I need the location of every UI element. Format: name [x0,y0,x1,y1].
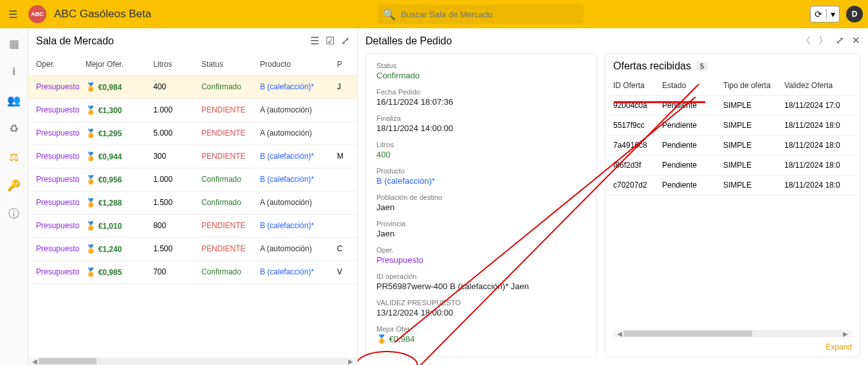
sync-icon[interactable]: ⟳ [811,9,827,19]
table-row[interactable]: Presupuesto🏅€1,2881.500ConfirmadoA (auto… [28,191,357,215]
cell-oper: Presupuesto [36,129,86,138]
sidebar-item-recycle[interactable]: ♻ [5,120,23,138]
cell-rest [337,129,349,138]
expand-icon[interactable]: ⤢ [341,35,349,47]
cell-status: Confirmado [201,82,260,92]
offers-horizontal-scrollbar[interactable]: ◀ ▶ [613,330,852,337]
table-row[interactable]: Presupuesto🏅€1,010800PENDIENTEB (calefac… [28,215,357,238]
cell-ofer: 🏅€1,295 [86,129,153,138]
table-row[interactable]: Presupuesto🏅€1,2955.000PENDIENTEA (autom… [28,122,357,145]
scroll-right-icon[interactable]: ▶ [842,330,849,337]
cell-oper: Presupuesto [36,105,86,115]
cell-producto: B (calefacción)* [260,221,337,231]
offers-vertical-scrollbar[interactable] [852,78,858,331]
scroll-left-icon[interactable]: ◀ [616,330,623,337]
sidebar: ▦ i 👥 ♻ ⚖ 🔑 ⓘ [0,28,28,365]
close-icon[interactable]: ✕ [852,35,860,47]
cell-ofer: 🏅€0,944 [86,152,153,161]
menu-icon[interactable]: ☰ [5,6,21,22]
offers-row[interactable]: f86f2d3fPendienteSIMPLE18/11/2024 18:0 [605,156,860,175]
cell-rest [337,221,349,231]
cell-offer-estado: Pendiente [662,141,723,150]
medal-icon: 🏅 [86,244,96,254]
label-fecha: Fecha Pedido [376,88,586,96]
search-bar[interactable]: 🔍 [378,4,584,24]
sync-button[interactable]: ⟳ ▾ [810,6,840,22]
offers-count-badge: 5 [696,62,708,71]
expand-link[interactable]: Expand [826,343,852,352]
value-producto: B (calefacción)* [376,176,586,186]
offers-header: ID Oferta Estado Tipo de oferta Validez … [605,76,860,96]
col-producto[interactable]: Producto [260,60,337,69]
scroll-right-icon[interactable]: ▶ [347,358,355,365]
cell-offer-estado: Pendiente [662,161,723,170]
next-icon[interactable]: 〉 [818,35,828,47]
value-finaliza: 18/11/2024 14:00:00 [376,123,586,133]
dropdown-arrow-icon[interactable]: ▾ [827,9,839,19]
avatar[interactable]: D [846,6,863,22]
sidebar-item-users[interactable]: 👥 [5,91,23,109]
cell-offer-id: c70207d2 [613,181,662,190]
col-ofer[interactable]: Mejor Ofer. [86,60,153,69]
table-row[interactable]: Presupuesto🏅€0,944300PENDIENTEB (calefac… [28,145,357,168]
cell-offer-tipo: SIMPLE [723,101,784,110]
label-oper: Oper. [376,246,586,254]
sidebar-item-info[interactable]: i [5,63,23,81]
cell-rest [337,198,349,208]
select-icon[interactable]: ☑ [326,35,335,47]
table-row[interactable]: Presupuesto🏅€0,9561.000ConfirmadoB (cale… [28,168,357,191]
market-panel: Sala de Mercado ☰ ☑ ⤢ Oper. Mejor Ofer. … [28,28,358,365]
cell-oper: Presupuesto [36,244,86,254]
value-validez: 13/12/2024 18:00:00 [376,308,586,317]
label-mejor: Mejor Ofer. [376,325,586,333]
label-validez: VALIDEZ PRESUPUESTO [376,299,586,307]
app-title: ABC Gasóleos Beta [54,8,151,21]
offers-card: Ofertas recibidas 5 ID Oferta Estado Tip… [605,53,860,357]
search-input[interactable] [401,10,578,19]
cell-litros: 400 [153,82,201,92]
offers-row[interactable]: c70207d2PendienteSIMPLE18/11/2024 18:0 [605,175,860,195]
sidebar-item-help[interactable]: ⓘ [5,204,23,222]
fullscreen-icon[interactable]: ⤢ [836,35,844,47]
panel-title: Sala de Mercado [36,35,310,47]
medal-icon: 🏅 [86,221,96,231]
label-producto: Producto [376,167,586,175]
ocol-tipo[interactable]: Tipo de oferta [723,81,784,90]
cell-status: Confirmado [201,175,260,184]
table-row[interactable]: Presupuesto🏅€1,2401.500PENDIENTEA (autom… [28,238,357,261]
medal-icon: 🏅 [86,129,96,138]
table-row[interactable]: Presupuesto🏅€0,985700ConfirmadoB (calefa… [28,261,357,284]
sidebar-item-key[interactable]: 🔑 [5,176,23,194]
col-status[interactable]: Status [201,60,260,69]
cell-offer-estado: Pendiente [662,101,723,110]
offers-row[interactable]: 5517f9ccPendienteSIMPLE18/11/2024 18:0 [605,116,860,136]
filter-icon[interactable]: ☰ [310,35,319,47]
offers-row[interactable]: 7a4916c8PendienteSIMPLE18/11/2024 18:0 [605,136,860,156]
cell-ofer: 🏅€1,288 [86,198,153,208]
cell-offer-tipo: SIMPLE [723,181,784,190]
table-row[interactable]: Presupuesto🏅€1,3001.000PENDIENTEA (autom… [28,99,357,122]
table-row[interactable]: Presupuesto🏅€0,984400ConfirmadoB (calefa… [28,76,357,99]
offers-row[interactable]: 92004c0aPendienteSIMPLE18/11/2024 17:0 [605,96,860,116]
cell-status: PENDIENTE [201,129,260,138]
horizontal-scrollbar[interactable]: ◀ ▶ [28,357,357,365]
cell-producto: B (calefacción)* [260,152,337,161]
scroll-left-icon[interactable]: ◀ [31,358,39,365]
col-oper[interactable]: Oper. [36,60,86,69]
sidebar-item-dashboard[interactable]: ▦ [5,35,23,53]
ocol-validez[interactable]: Validez Oferta [784,81,849,90]
cell-producto: B (calefacción)* [260,175,337,184]
cell-rest: V [337,267,349,277]
cell-oper: Presupuesto [36,221,86,231]
label-finaliza: Finaliza [376,114,586,122]
cell-status: Confirmado [201,198,260,208]
cell-status: PENDIENTE [201,105,260,115]
col-litros[interactable]: Litros [153,60,201,69]
cell-rest: C [337,244,349,254]
ocol-id[interactable]: ID Oferta [613,81,662,90]
sidebar-item-balance[interactable]: ⚖ [5,148,23,166]
cell-ofer: 🏅€1,300 [86,105,153,115]
prev-icon[interactable]: 〈 [801,35,811,47]
cell-oper: Presupuesto [36,82,86,92]
ocol-estado[interactable]: Estado [662,81,723,90]
